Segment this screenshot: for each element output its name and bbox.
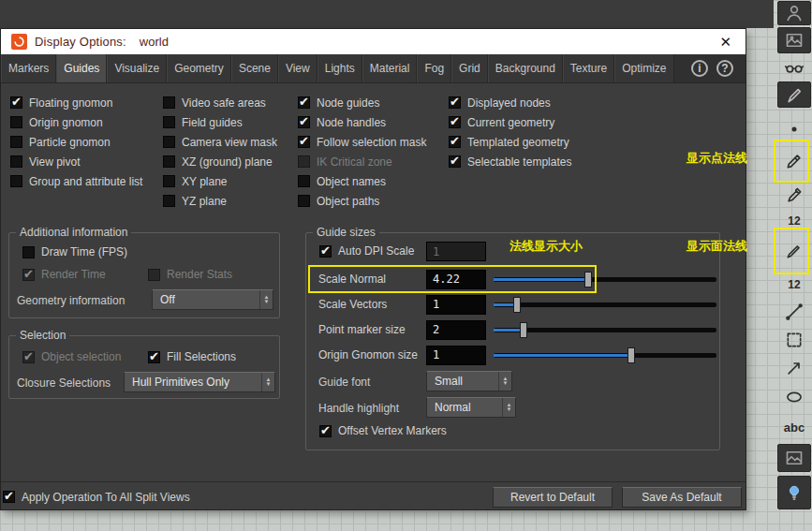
checkbox[interactable] bbox=[22, 269, 35, 281]
checkbox-row-camera-view-mask[interactable]: Camera view mask bbox=[163, 132, 277, 152]
save-as-default-button[interactable]: Save As Default bbox=[622, 487, 742, 508]
checkbox[interactable] bbox=[298, 116, 310, 128]
checkbox[interactable] bbox=[10, 155, 22, 168]
slider-value-field[interactable]: 2 bbox=[426, 320, 486, 340]
spectacles-icon[interactable] bbox=[777, 55, 811, 80]
checkbox[interactable] bbox=[163, 175, 175, 187]
checkbox[interactable] bbox=[10, 175, 22, 187]
slider-value-field[interactable]: 1 bbox=[426, 346, 486, 365]
checkbox-row-selectable-templates[interactable]: Selectable templates bbox=[449, 152, 571, 171]
info-icon[interactable]: i bbox=[691, 60, 708, 77]
checkbox-row-xz-ground-plane[interactable]: XZ (ground) plane bbox=[163, 152, 277, 171]
spinner-arrows-icon[interactable]: ▲▼ bbox=[259, 290, 273, 309]
ellipse-icon[interactable] bbox=[777, 384, 811, 410]
tab-scene[interactable]: Scene bbox=[231, 54, 278, 82]
tab-fog[interactable]: Fog bbox=[417, 54, 451, 82]
point-display-icon[interactable] bbox=[777, 123, 811, 136]
tab-geometry[interactable]: Geometry bbox=[167, 54, 231, 82]
text-labels-icon[interactable]: abc bbox=[777, 416, 811, 438]
character-tool-icon[interactable] bbox=[777, 1, 811, 25]
offset-vertex-markers-checkbox-row[interactable]: Offset Vertex Markers bbox=[319, 424, 447, 437]
checkbox[interactable] bbox=[449, 96, 461, 109]
tab-view[interactable]: View bbox=[278, 54, 317, 82]
checkbox[interactable] bbox=[319, 245, 332, 258]
tab-grid[interactable]: Grid bbox=[451, 54, 488, 82]
checkbox-row-node-guides[interactable]: Node guides bbox=[298, 93, 426, 112]
checkbox-row-field-guides[interactable]: Field guides bbox=[163, 112, 277, 132]
spinner-arrows-icon[interactable]: ▲▼ bbox=[502, 398, 515, 417]
checkbox-row-group-and-attribute-list[interactable]: Group and attribute list bbox=[10, 171, 142, 191]
checkbox[interactable] bbox=[298, 175, 310, 187]
tab-optimize[interactable]: Optimize bbox=[614, 54, 673, 82]
checkbox[interactable] bbox=[449, 155, 461, 168]
profile-curve-icon[interactable] bbox=[777, 300, 811, 324]
snapshot-icon[interactable] bbox=[777, 27, 811, 53]
checkbox[interactable] bbox=[163, 136, 175, 148]
object-selection-checkbox-row[interactable]: Object selection bbox=[22, 350, 121, 363]
guide-font-dropdown[interactable]: Small ▲▼ bbox=[426, 371, 512, 391]
checkbox[interactable] bbox=[10, 116, 22, 128]
slider-handle[interactable] bbox=[627, 347, 635, 363]
close-icon[interactable]: ✕ bbox=[716, 35, 735, 49]
slider-handle[interactable] bbox=[520, 322, 527, 338]
checkbox-row-particle-gnomon[interactable]: Particle gnomon bbox=[10, 132, 142, 152]
checkbox-row-node-handles[interactable]: Node handles bbox=[298, 112, 426, 132]
checkbox[interactable] bbox=[298, 136, 310, 148]
color-picker-icon[interactable] bbox=[777, 184, 811, 208]
draw-time-checkbox-row[interactable]: Draw Time (FPS) bbox=[22, 245, 127, 258]
slider-value-field[interactable]: 1 bbox=[426, 295, 486, 315]
slider-track[interactable] bbox=[494, 353, 716, 358]
render-stats-checkbox-row[interactable]: Render Stats bbox=[148, 268, 232, 281]
checkbox[interactable] bbox=[163, 96, 175, 109]
vector-arrow-icon[interactable] bbox=[777, 356, 811, 380]
checkbox-row-templated-geometry[interactable]: Templated geometry bbox=[449, 132, 571, 152]
revert-to-default-button[interactable]: Revert to Default bbox=[493, 487, 613, 508]
checkbox[interactable] bbox=[298, 155, 310, 168]
paint-tool-icon[interactable] bbox=[777, 81, 811, 108]
checkbox[interactable] bbox=[163, 116, 175, 128]
title-bar[interactable]: Display Options: world ✕ bbox=[1, 29, 746, 54]
slider-handle[interactable] bbox=[513, 297, 521, 313]
checkbox[interactable] bbox=[3, 491, 15, 503]
checkbox[interactable] bbox=[148, 351, 160, 363]
checkbox-row-origin-gnomon[interactable]: Origin gnomon bbox=[10, 112, 142, 132]
fill-selections-checkbox-row[interactable]: Fill Selections bbox=[148, 350, 236, 363]
handle-highlight-dropdown[interactable]: Normal ▲▼ bbox=[426, 397, 516, 418]
tab-visualize[interactable]: Visualize bbox=[107, 54, 167, 82]
checkbox-row-ik-critical-zone[interactable]: IK Critical zone bbox=[298, 152, 426, 171]
checkbox-row-follow-selection-mask[interactable]: Follow selection mask bbox=[298, 132, 426, 152]
checkbox-row-floating-gnomon[interactable]: Floating gnomon bbox=[10, 93, 142, 112]
checkbox[interactable] bbox=[22, 246, 35, 258]
help-icon[interactable]: ? bbox=[716, 60, 733, 77]
checkbox-row-video-safe-areas[interactable]: Video safe areas bbox=[163, 93, 277, 112]
render-time-checkbox-row[interactable]: Render Time bbox=[22, 268, 106, 281]
checkbox-row-object-paths[interactable]: Object paths bbox=[298, 191, 426, 211]
tab-guides[interactable]: Guides bbox=[56, 54, 107, 82]
checkbox[interactable] bbox=[163, 155, 175, 168]
tab-markers[interactable]: Markers bbox=[1, 54, 56, 82]
slider-track[interactable] bbox=[494, 328, 716, 332]
geometry-information-dropdown[interactable]: Off ▲▼ bbox=[152, 289, 273, 310]
spinner-arrows-icon[interactable]: ▲▼ bbox=[261, 373, 274, 391]
slider-track[interactable] bbox=[494, 302, 716, 307]
tab-background[interactable]: Background bbox=[488, 54, 563, 82]
checkbox-row-object-names[interactable]: Object names bbox=[298, 171, 426, 191]
apply-all-split-views-checkbox-row[interactable]: Apply Operation To All Split Views bbox=[1, 491, 190, 504]
spinner-arrows-icon[interactable]: ▲▼ bbox=[498, 372, 511, 391]
tab-material[interactable]: Material bbox=[362, 54, 418, 82]
lighting-icon[interactable] bbox=[777, 476, 811, 509]
checkbox-row-xy-plane[interactable]: XY plane bbox=[163, 171, 277, 191]
checkbox[interactable] bbox=[163, 195, 175, 207]
group-region-icon[interactable] bbox=[777, 328, 811, 352]
checkbox[interactable] bbox=[10, 96, 22, 109]
background-image-icon[interactable] bbox=[777, 444, 811, 472]
checkbox[interactable] bbox=[449, 136, 461, 148]
auto-dpi-scale-checkbox-row[interactable]: Auto DPI Scale bbox=[319, 244, 414, 258]
checkbox-row-yz-plane[interactable]: YZ plane bbox=[163, 191, 277, 211]
checkbox[interactable] bbox=[319, 425, 332, 437]
checkbox[interactable] bbox=[22, 351, 35, 363]
prim-numbers-icon[interactable]: 12 bbox=[777, 273, 811, 296]
checkbox-row-current-geometry[interactable]: Current geometry bbox=[449, 112, 571, 132]
checkbox-row-view-pivot[interactable]: View pivot bbox=[10, 152, 142, 171]
checkbox[interactable] bbox=[298, 195, 310, 207]
